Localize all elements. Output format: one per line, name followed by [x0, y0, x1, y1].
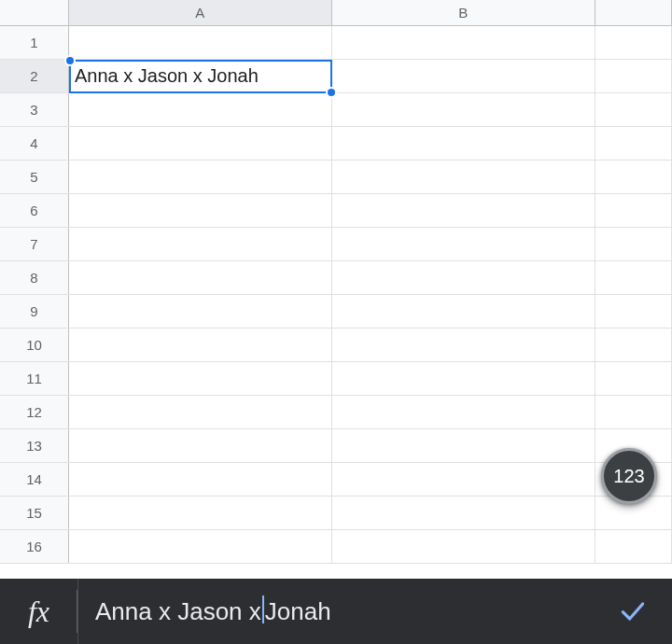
formula-text-after-caret: Jonah	[265, 597, 331, 626]
row-header[interactable]: 8	[0, 261, 69, 294]
cell-A7[interactable]	[69, 228, 332, 260]
cell-B8[interactable]	[332, 261, 595, 294]
column-header-c[interactable]	[595, 0, 672, 25]
cell-B4[interactable]	[332, 127, 595, 160]
cell-A16[interactable]	[69, 530, 332, 563]
cell-A1[interactable]	[69, 26, 332, 59]
cell-C1[interactable]	[595, 26, 672, 59]
text-caret	[262, 595, 264, 623]
cell-C5[interactable]	[595, 161, 672, 193]
row: 12	[0, 396, 672, 429]
cell-B6[interactable]	[332, 194, 595, 227]
row-header[interactable]: 15	[0, 497, 69, 529]
cell-C7[interactable]	[595, 228, 672, 260]
row-header[interactable]: 10	[0, 329, 69, 361]
cell-A9[interactable]	[69, 295, 332, 328]
cell-value: Anna x Jason x Jonah	[75, 65, 259, 87]
row: 3	[0, 93, 672, 127]
cell-B11[interactable]	[332, 362, 595, 395]
cell-C6[interactable]	[595, 194, 672, 227]
cell-C10[interactable]	[595, 329, 672, 361]
row-header[interactable]: 14	[0, 463, 69, 496]
row: 4	[0, 127, 672, 161]
row-header[interactable]: 7	[0, 228, 69, 260]
column-header-b[interactable]: B	[332, 0, 595, 25]
row: 1	[0, 26, 672, 60]
cell-A4[interactable]	[69, 127, 332, 160]
row: 15	[0, 497, 672, 530]
cell-A8[interactable]	[69, 261, 332, 294]
cell-B1[interactable]	[332, 26, 595, 59]
row: 13	[0, 429, 672, 463]
cell-B7[interactable]	[332, 228, 595, 260]
cell-A14[interactable]	[69, 463, 332, 496]
row-header[interactable]: 11	[0, 362, 69, 395]
cell-C2[interactable]	[595, 60, 672, 92]
fx-icon[interactable]: fx	[0, 579, 78, 644]
formula-text-before-caret: Anna x Jason x	[95, 597, 261, 626]
row-header[interactable]: 9	[0, 295, 69, 328]
formula-input[interactable]: Anna x Jason x Jonah	[78, 579, 594, 644]
row: 11	[0, 362, 672, 396]
row-header[interactable]: 6	[0, 194, 69, 227]
cell-C8[interactable]	[595, 261, 672, 294]
row: 7	[0, 228, 672, 261]
row-header[interactable]: 16	[0, 530, 69, 563]
row-header[interactable]: 2	[0, 60, 69, 92]
row: 9	[0, 295, 672, 329]
cell-B14[interactable]	[332, 463, 595, 496]
select-all-corner[interactable]	[0, 0, 69, 25]
column-header-a[interactable]: A	[69, 0, 332, 25]
row-header[interactable]: 12	[0, 396, 69, 428]
cell-A3[interactable]	[69, 93, 332, 126]
row-header[interactable]: 3	[0, 93, 69, 126]
cell-B16[interactable]	[332, 530, 595, 563]
cell-B12[interactable]	[332, 396, 595, 428]
cell-C3[interactable]	[595, 93, 672, 126]
column-header-row: A B	[0, 0, 672, 26]
cell-A5[interactable]	[69, 161, 332, 193]
cell-B10[interactable]	[332, 329, 595, 361]
row: 5	[0, 161, 672, 194]
cell-A10[interactable]	[69, 329, 332, 361]
confirm-button[interactable]	[594, 579, 672, 644]
cell-C11[interactable]	[595, 362, 672, 395]
row-header[interactable]: 5	[0, 161, 69, 193]
cell-A13[interactable]	[69, 429, 332, 462]
cell-C9[interactable]	[595, 295, 672, 328]
numeric-keypad-button[interactable]: 123	[601, 448, 657, 504]
cell-A12[interactable]	[69, 396, 332, 428]
cell-A11[interactable]	[69, 362, 332, 395]
cell-A15[interactable]	[69, 497, 332, 529]
row-header[interactable]: 4	[0, 127, 69, 160]
row: 2Anna x Jason x Jonah	[0, 60, 672, 93]
cell-C12[interactable]	[595, 396, 672, 428]
cell-B9[interactable]	[332, 295, 595, 328]
cell-B3[interactable]	[332, 93, 595, 126]
numeric-keypad-label: 123	[613, 466, 644, 487]
row: 8	[0, 261, 672, 295]
row: 14	[0, 463, 672, 497]
row: 6	[0, 194, 672, 228]
check-icon	[618, 596, 648, 626]
row-header[interactable]: 13	[0, 429, 69, 462]
cell-C16[interactable]	[595, 530, 672, 563]
cell-B13[interactable]	[332, 429, 595, 462]
row: 10	[0, 329, 672, 362]
cell-B5[interactable]	[332, 161, 595, 193]
cell-C4[interactable]	[595, 127, 672, 160]
formula-bar: fx Anna x Jason x Jonah	[0, 579, 672, 644]
cell-A2[interactable]: Anna x Jason x Jonah	[69, 60, 332, 92]
cell-B15[interactable]	[332, 497, 595, 529]
row: 16	[0, 530, 672, 564]
row-header[interactable]: 1	[0, 26, 69, 59]
cell-A6[interactable]	[69, 194, 332, 227]
cell-B2[interactable]	[332, 60, 595, 92]
